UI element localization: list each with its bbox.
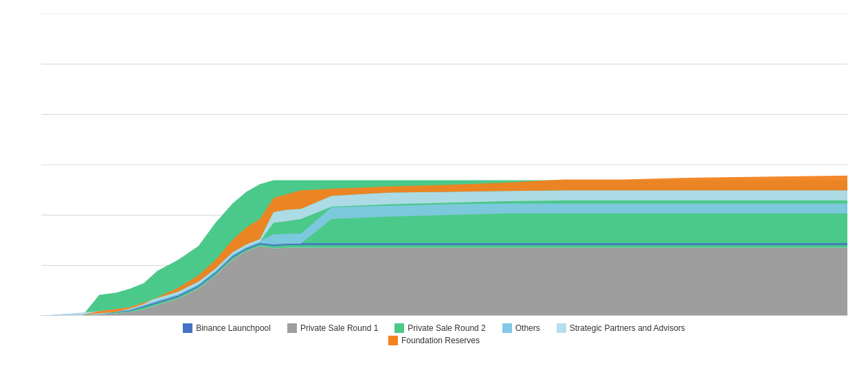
legend-row-1: Binance Launchpool Private Sale Round 1 … [183, 323, 685, 333]
legend-item-binance: Binance Launchpool [183, 323, 271, 333]
legend-item-others: Others [502, 323, 540, 333]
strategic-partners-swatch [557, 323, 566, 333]
legend-label-others: Others [515, 323, 540, 333]
legend-item-foundation: Foundation Reserves [388, 336, 480, 345]
legend-label-private1: Private Sale Round 1 [300, 323, 378, 333]
legend-label-strategic: Strategic Partners and Advisors [570, 323, 685, 333]
legend-label-binance: Binance Launchpool [196, 323, 271, 333]
legend-item-private1: Private Sale Round 1 [287, 323, 378, 333]
area-chart: 0% 5% 10% 15% 20% 25% 30% Jul 2019 [41, 14, 847, 316]
chart-area: 0% 5% 10% 15% 20% 25% 30% Jul 2019 [41, 14, 847, 316]
legend-label-private2: Private Sale Round 2 [408, 323, 485, 333]
legend-label-foundation: Foundation Reserves [401, 336, 480, 345]
private-sale-round1-swatch [287, 323, 297, 333]
legend-item-strategic: Strategic Partners and Advisors [557, 323, 685, 333]
chart-legend: Binance Launchpool Private Sale Round 1 … [7, 319, 861, 374]
legend-item-private2: Private Sale Round 2 [394, 323, 485, 333]
private-sale-round2-swatch [394, 323, 404, 333]
foundation-reserves-swatch [388, 336, 398, 345]
others-swatch [502, 323, 512, 333]
binance-launchpool-swatch [183, 323, 192, 333]
legend-row-2: Foundation Reserves [388, 336, 480, 345]
chart-container: 0% 5% 10% 15% 20% 25% 30% Jul 2019 [0, 0, 868, 381]
